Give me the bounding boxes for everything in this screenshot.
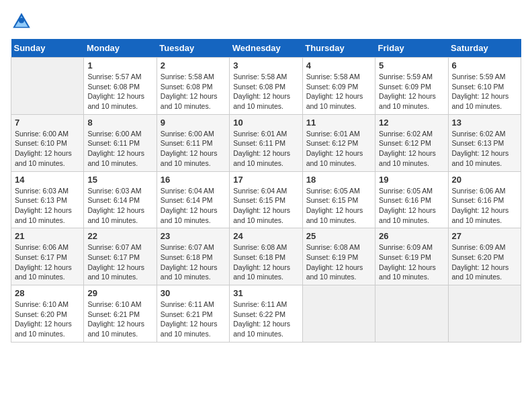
calendar-cell: 3 Sunrise: 5:58 AMSunset: 6:08 PMDayligh… <box>230 58 302 115</box>
day-number: 19 <box>379 175 444 185</box>
day-number: 27 <box>452 231 517 241</box>
day-number: 4 <box>306 60 371 71</box>
day-info: Sunrise: 6:04 AMSunset: 6:15 PMDaylight:… <box>233 186 298 226</box>
logo <box>11 11 35 32</box>
day-number: 26 <box>379 231 444 241</box>
day-info: Sunrise: 6:06 AMSunset: 6:17 PMDaylight:… <box>15 242 80 282</box>
calendar-cell: 28 Sunrise: 6:10 AMSunset: 6:20 PMDaylig… <box>11 285 84 342</box>
day-number: 23 <box>161 231 226 241</box>
day-number: 29 <box>87 288 152 298</box>
calendar-cell <box>11 58 84 115</box>
weekday-header-sunday: Sunday <box>11 39 84 58</box>
calendar-cell: 19 Sunrise: 6:05 AMSunset: 6:16 PMDaylig… <box>375 171 448 228</box>
day-number: 30 <box>161 288 226 298</box>
day-number: 8 <box>87 118 152 128</box>
calendar-cell: 24 Sunrise: 6:08 AMSunset: 6:18 PMDaylig… <box>230 228 302 285</box>
day-info: Sunrise: 6:05 AMSunset: 6:16 PMDaylight:… <box>379 186 444 226</box>
day-number: 3 <box>233 60 298 71</box>
day-number: 25 <box>306 231 371 241</box>
day-number: 14 <box>15 175 80 185</box>
weekday-header-friday: Friday <box>375 39 448 58</box>
day-info: Sunrise: 6:11 AMSunset: 6:22 PMDaylight:… <box>233 300 298 339</box>
page-header <box>11 11 521 32</box>
calendar-cell <box>448 285 521 342</box>
svg-point-2 <box>19 17 24 23</box>
day-info: Sunrise: 6:10 AMSunset: 6:20 PMDaylight:… <box>15 300 80 339</box>
day-number: 20 <box>452 175 517 185</box>
day-number: 1 <box>87 60 152 71</box>
day-info: Sunrise: 6:00 AMSunset: 6:10 PMDaylight:… <box>15 129 80 169</box>
calendar-week-row: 7 Sunrise: 6:00 AMSunset: 6:10 PMDayligh… <box>11 114 521 171</box>
calendar-cell: 7 Sunrise: 6:00 AMSunset: 6:10 PMDayligh… <box>11 114 84 171</box>
day-number: 18 <box>306 175 371 185</box>
day-info: Sunrise: 5:59 AMSunset: 6:09 PMDaylight:… <box>379 72 444 111</box>
day-number: 10 <box>233 118 298 128</box>
weekday-header-monday: Monday <box>84 39 157 58</box>
calendar-cell: 9 Sunrise: 6:00 AMSunset: 6:11 PMDayligh… <box>157 114 229 171</box>
day-number: 24 <box>233 231 298 241</box>
day-info: Sunrise: 6:01 AMSunset: 6:11 PMDaylight:… <box>233 129 298 169</box>
day-info: Sunrise: 6:09 AMSunset: 6:19 PMDaylight:… <box>379 242 444 282</box>
day-number: 7 <box>15 118 80 128</box>
weekday-header-saturday: Saturday <box>448 39 521 58</box>
calendar-cell: 30 Sunrise: 6:11 AMSunset: 6:21 PMDaylig… <box>157 285 229 342</box>
day-info: Sunrise: 6:00 AMSunset: 6:11 PMDaylight:… <box>161 129 226 169</box>
day-info: Sunrise: 6:06 AMSunset: 6:16 PMDaylight:… <box>452 186 517 226</box>
day-info: Sunrise: 6:03 AMSunset: 6:14 PMDaylight:… <box>87 186 152 226</box>
calendar-cell: 25 Sunrise: 6:08 AMSunset: 6:19 PMDaylig… <box>302 228 375 285</box>
logo-icon <box>11 11 32 32</box>
day-number: 22 <box>87 231 152 241</box>
calendar-week-row: 28 Sunrise: 6:10 AMSunset: 6:20 PMDaylig… <box>11 285 521 342</box>
day-info: Sunrise: 6:04 AMSunset: 6:14 PMDaylight:… <box>161 186 226 226</box>
day-info: Sunrise: 5:58 AMSunset: 6:08 PMDaylight:… <box>233 72 298 111</box>
day-info: Sunrise: 5:59 AMSunset: 6:10 PMDaylight:… <box>452 72 517 111</box>
calendar-cell: 18 Sunrise: 6:05 AMSunset: 6:15 PMDaylig… <box>302 171 375 228</box>
day-info: Sunrise: 6:08 AMSunset: 6:18 PMDaylight:… <box>233 242 298 282</box>
calendar-cell: 1 Sunrise: 5:57 AMSunset: 6:08 PMDayligh… <box>84 58 157 115</box>
day-info: Sunrise: 5:58 AMSunset: 6:09 PMDaylight:… <box>306 72 371 111</box>
day-info: Sunrise: 6:09 AMSunset: 6:20 PMDaylight:… <box>452 242 517 282</box>
calendar-cell <box>302 285 375 342</box>
day-info: Sunrise: 6:02 AMSunset: 6:12 PMDaylight:… <box>379 129 444 169</box>
calendar-week-row: 14 Sunrise: 6:03 AMSunset: 6:13 PMDaylig… <box>11 171 521 228</box>
calendar-cell: 16 Sunrise: 6:04 AMSunset: 6:14 PMDaylig… <box>157 171 229 228</box>
calendar-cell: 26 Sunrise: 6:09 AMSunset: 6:19 PMDaylig… <box>375 228 448 285</box>
calendar-cell: 2 Sunrise: 5:58 AMSunset: 6:08 PMDayligh… <box>157 58 229 115</box>
day-number: 17 <box>233 175 298 185</box>
weekday-header-tuesday: Tuesday <box>157 39 229 58</box>
day-info: Sunrise: 6:11 AMSunset: 6:21 PMDaylight:… <box>161 300 226 339</box>
calendar-week-row: 21 Sunrise: 6:06 AMSunset: 6:17 PMDaylig… <box>11 228 521 285</box>
calendar-cell: 10 Sunrise: 6:01 AMSunset: 6:11 PMDaylig… <box>230 114 302 171</box>
calendar-cell: 22 Sunrise: 6:07 AMSunset: 6:17 PMDaylig… <box>84 228 157 285</box>
day-info: Sunrise: 6:07 AMSunset: 6:18 PMDaylight:… <box>161 242 226 282</box>
day-number: 9 <box>161 118 226 128</box>
calendar-cell: 17 Sunrise: 6:04 AMSunset: 6:15 PMDaylig… <box>230 171 302 228</box>
calendar-cell: 4 Sunrise: 5:58 AMSunset: 6:09 PMDayligh… <box>302 58 375 115</box>
day-number: 15 <box>87 175 152 185</box>
day-number: 6 <box>452 60 517 71</box>
day-info: Sunrise: 6:08 AMSunset: 6:19 PMDaylight:… <box>306 242 371 282</box>
day-info: Sunrise: 6:03 AMSunset: 6:13 PMDaylight:… <box>15 186 80 226</box>
calendar-cell: 11 Sunrise: 6:01 AMSunset: 6:12 PMDaylig… <box>302 114 375 171</box>
day-number: 28 <box>15 288 80 298</box>
day-number: 13 <box>452 118 517 128</box>
calendar-cell: 5 Sunrise: 5:59 AMSunset: 6:09 PMDayligh… <box>375 58 448 115</box>
calendar-cell: 21 Sunrise: 6:06 AMSunset: 6:17 PMDaylig… <box>11 228 84 285</box>
day-info: Sunrise: 6:02 AMSunset: 6:13 PMDaylight:… <box>452 129 517 169</box>
day-number: 5 <box>379 60 444 71</box>
day-info: Sunrise: 6:05 AMSunset: 6:15 PMDaylight:… <box>306 186 371 226</box>
calendar-cell <box>375 285 448 342</box>
calendar-cell: 20 Sunrise: 6:06 AMSunset: 6:16 PMDaylig… <box>448 171 521 228</box>
weekday-header-row: SundayMondayTuesdayWednesdayThursdayFrid… <box>11 39 521 58</box>
day-number: 31 <box>233 288 298 298</box>
calendar-cell: 12 Sunrise: 6:02 AMSunset: 6:12 PMDaylig… <box>375 114 448 171</box>
calendar-cell: 8 Sunrise: 6:00 AMSunset: 6:11 PMDayligh… <box>84 114 157 171</box>
calendar-cell: 13 Sunrise: 6:02 AMSunset: 6:13 PMDaylig… <box>448 114 521 171</box>
calendar-cell: 27 Sunrise: 6:09 AMSunset: 6:20 PMDaylig… <box>448 228 521 285</box>
calendar-cell: 15 Sunrise: 6:03 AMSunset: 6:14 PMDaylig… <box>84 171 157 228</box>
calendar-cell: 31 Sunrise: 6:11 AMSunset: 6:22 PMDaylig… <box>230 285 302 342</box>
weekday-header-thursday: Thursday <box>302 39 375 58</box>
day-info: Sunrise: 6:01 AMSunset: 6:12 PMDaylight:… <box>306 129 371 169</box>
day-number: 16 <box>161 175 226 185</box>
day-info: Sunrise: 5:57 AMSunset: 6:08 PMDaylight:… <box>87 72 152 111</box>
